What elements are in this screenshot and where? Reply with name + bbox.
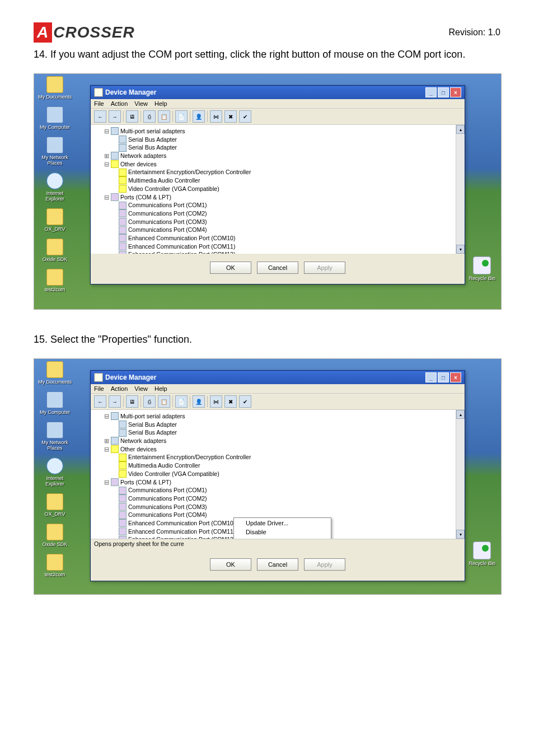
minimize-button[interactable]: _ <box>425 372 437 382</box>
logo-rest: CROSSER <box>53 24 134 41</box>
window-icon <box>94 88 103 97</box>
menu-disable[interactable]: Disable <box>235 528 330 536</box>
desktop-icon[interactable]: Internet Explorer <box>38 172 72 202</box>
desktop-icon[interactable]: test2com <box>38 554 72 577</box>
tool-icon[interactable]: 👤 <box>193 395 205 408</box>
close-button[interactable]: × <box>450 372 461 382</box>
apply-button: Apply <box>304 558 345 571</box>
recycle-bin[interactable]: Recycle Bin <box>469 256 495 281</box>
vertical-scrollbar[interactable]: ▴ ▾ <box>456 410 465 539</box>
logo-prefix: A <box>34 22 52 43</box>
tool-icon[interactable]: ✖ <box>224 395 237 408</box>
maximize-button[interactable]: □ <box>438 372 449 382</box>
forward-button[interactable]: → <box>109 110 121 123</box>
logo: A CROSSER <box>34 22 135 43</box>
menu-action[interactable]: Action <box>111 100 128 107</box>
menu-action[interactable]: Action <box>111 385 128 392</box>
close-button[interactable]: × <box>450 87 461 97</box>
menu-file[interactable]: File <box>94 385 104 392</box>
device-manager-window: Device Manager _ □ × File Action View He… <box>90 85 465 284</box>
menu-bar: File Action View Help <box>91 384 465 394</box>
device-tree[interactable]: ⊟Multi-port serial adapters Serial Bus A… <box>91 125 456 254</box>
desktop-icon[interactable]: My Computer <box>38 106 72 130</box>
scroll-up-icon[interactable]: ▴ <box>456 410 465 419</box>
tool-icon[interactable]: ✔ <box>239 395 251 408</box>
tool-icon[interactable]: ✔ <box>239 110 251 123</box>
desktop-icon[interactable]: My Documents <box>38 76 72 100</box>
tool-icon[interactable]: 👤 <box>193 110 205 123</box>
scroll-up-icon[interactable]: ▴ <box>456 125 465 134</box>
ok-button[interactable]: OK <box>210 558 251 571</box>
desktop-icons: My Documents My Computer My Network Plac… <box>38 76 72 292</box>
tool-icon[interactable]: 🖥 <box>126 110 138 123</box>
back-button[interactable]: ← <box>94 395 106 408</box>
toolbar: ← → 🖥 ⎙ 📋 📄 👤 ⋈ ✖ ✔ <box>91 109 465 125</box>
tool-icon[interactable]: ⋈ <box>210 110 222 123</box>
desktop-icon[interactable]: My Network Places <box>38 422 72 451</box>
screenshot-2: My Documents My Computer My Network Plac… <box>34 358 502 595</box>
cancel-button[interactable]: Cancel <box>257 262 298 274</box>
desktop-icon[interactable]: test2com <box>38 269 72 292</box>
menu-help[interactable]: Help <box>154 385 167 392</box>
tool-icon[interactable]: 📋 <box>158 395 170 408</box>
tool-icon[interactable]: ⋈ <box>210 395 222 408</box>
menu-file[interactable]: File <box>94 100 104 107</box>
desktop-icon[interactable]: Internet Explorer <box>38 458 72 487</box>
desktop-icon[interactable]: My Documents <box>38 361 72 385</box>
paragraph-14: 14. If you want adjust the COM port sett… <box>34 47 500 62</box>
window-title: Device Manager <box>105 374 156 381</box>
properties-icon[interactable]: 📄 <box>175 395 188 408</box>
tool-icon[interactable]: 📋 <box>158 110 170 123</box>
tool-icon[interactable]: ⎙ <box>143 395 156 408</box>
vertical-scrollbar[interactable]: ▴ ▾ <box>456 125 465 254</box>
maximize-button[interactable]: □ <box>438 87 449 97</box>
tool-icon[interactable]: ✖ <box>224 110 237 123</box>
ok-button[interactable]: OK <box>210 262 251 274</box>
scroll-down-icon[interactable]: ▾ <box>456 245 465 254</box>
tool-icon[interactable]: ⎙ <box>143 110 156 123</box>
status-bar: Opens property sheet for the curre <box>91 539 465 550</box>
menu-uninstall[interactable]: Uninstall <box>235 536 330 539</box>
menu-help[interactable]: Help <box>154 100 167 107</box>
forward-button[interactable]: → <box>109 395 121 408</box>
titlebar[interactable]: Device Manager _ □ × <box>91 371 465 384</box>
recycle-bin[interactable]: Recycle Bin <box>469 542 495 566</box>
desktop-icons: My Documents My Computer My Network Plac… <box>38 361 72 577</box>
menu-update-driver[interactable]: Update Driver... <box>235 519 330 528</box>
window-title: Device Manager <box>105 88 156 96</box>
scroll-down-icon[interactable]: ▾ <box>456 530 465 539</box>
tool-icon[interactable]: 🖥 <box>126 395 138 408</box>
cancel-button[interactable]: Cancel <box>257 558 298 571</box>
desktop-icon[interactable]: My Network Places <box>38 137 72 166</box>
screenshot-1: My Documents My Computer My Network Plac… <box>34 73 502 310</box>
properties-icon[interactable]: 📄 <box>175 110 188 123</box>
recycle-bin-icon <box>473 256 491 274</box>
apply-button: Apply <box>304 262 345 274</box>
desktop-icon[interactable]: Oxide SDK <box>38 239 72 262</box>
desktop-icon[interactable]: Oxide SDK <box>38 524 72 547</box>
desktop-icon[interactable]: OX_DRV <box>38 493 72 517</box>
toolbar: ← → 🖥 ⎙ 📋 📄 👤 ⋈ ✖ ✔ <box>91 394 465 410</box>
menu-bar: File Action View Help <box>91 99 465 109</box>
window-icon <box>94 373 103 382</box>
recycle-bin-icon <box>473 542 491 559</box>
desktop-icon[interactable]: My Computer <box>38 391 72 415</box>
menu-view[interactable]: View <box>134 100 148 107</box>
desktop-icon[interactable]: OX_DRV <box>38 208 72 232</box>
context-menu: Update Driver... Disable Uninstall Scan … <box>233 517 331 539</box>
titlebar[interactable]: Device Manager _ □ × <box>91 86 465 99</box>
revision-text: Revision: 1.0 <box>449 27 501 38</box>
minimize-button[interactable]: _ <box>425 87 437 97</box>
menu-view[interactable]: View <box>134 385 148 392</box>
device-manager-window: Device Manager _ □ × File Action View He… <box>90 370 465 581</box>
paragraph-15: 15. Select the "Properties" function. <box>34 332 500 347</box>
back-button[interactable]: ← <box>94 110 106 123</box>
